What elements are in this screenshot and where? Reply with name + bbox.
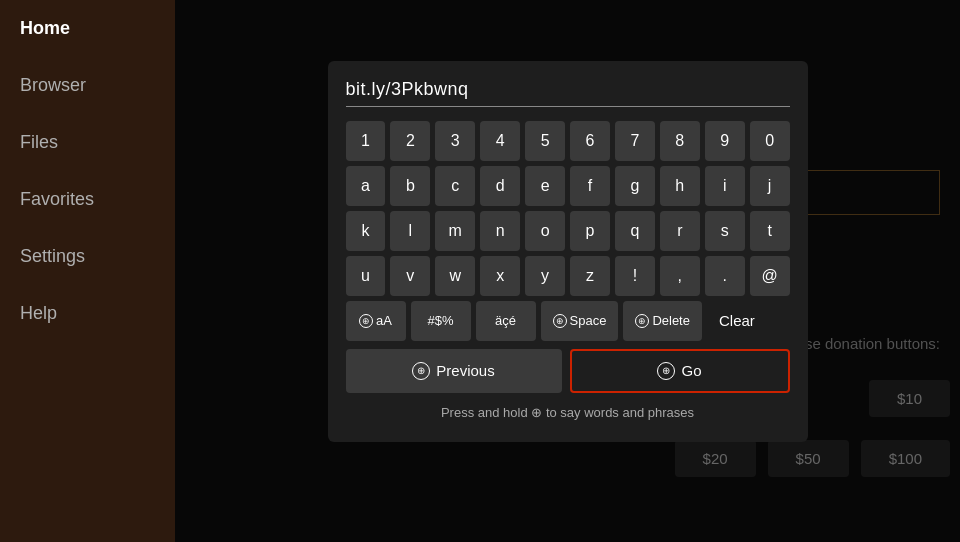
sidebar-item-files[interactable]: Files — [0, 114, 175, 171]
virtual-keyboard: 1 2 3 4 5 6 7 8 9 0 a b c d e f g h — [346, 121, 790, 341]
key-row-numbers: 1 2 3 4 5 6 7 8 9 0 — [346, 121, 790, 161]
sidebar-item-home[interactable]: Home — [0, 0, 175, 57]
key-4[interactable]: 4 — [480, 121, 520, 161]
key-t[interactable]: t — [750, 211, 790, 251]
key-space[interactable]: ⊕ Space — [541, 301, 619, 341]
key-h[interactable]: h — [660, 166, 700, 206]
previous-circle-icon: ⊕ — [412, 362, 430, 380]
key-u[interactable]: u — [346, 256, 386, 296]
key-e[interactable]: e — [525, 166, 565, 206]
go-label: Go — [681, 362, 701, 379]
key-c[interactable]: c — [435, 166, 475, 206]
key-2[interactable]: 2 — [390, 121, 430, 161]
sidebar-item-browser[interactable]: Browser — [0, 57, 175, 114]
sidebar: Home Browser Files Favorites Settings He… — [0, 0, 175, 542]
key-at[interactable]: @ — [750, 256, 790, 296]
key-comma[interactable]: , — [660, 256, 700, 296]
url-input-area[interactable]: bit.ly/3Pkbwnq — [346, 79, 790, 107]
key-s[interactable]: s — [705, 211, 745, 251]
key-row-k-t: k l m n o p q r s t — [346, 211, 790, 251]
action-row: ⊕ Previous ⊕ Go — [346, 349, 790, 393]
key-clear[interactable]: Clear — [707, 301, 767, 341]
key-i[interactable]: i — [705, 166, 745, 206]
key-accents[interactable]: äçé — [476, 301, 536, 341]
key-3[interactable]: 3 — [435, 121, 475, 161]
key-r[interactable]: r — [660, 211, 700, 251]
key-v[interactable]: v — [390, 256, 430, 296]
key-1[interactable]: 1 — [346, 121, 386, 161]
previous-button[interactable]: ⊕ Previous — [346, 349, 562, 393]
key-l[interactable]: l — [390, 211, 430, 251]
key-symbols[interactable]: #$% — [411, 301, 471, 341]
key-y[interactable]: y — [525, 256, 565, 296]
previous-label: Previous — [436, 362, 494, 379]
key-period[interactable]: . — [705, 256, 745, 296]
hint-label: Press and hold ⊕ to say words and phrase… — [441, 405, 694, 420]
go-circle-icon: ⊕ — [657, 362, 675, 380]
go-button[interactable]: ⊕ Go — [570, 349, 790, 393]
key-9[interactable]: 9 — [705, 121, 745, 161]
key-p[interactable]: p — [570, 211, 610, 251]
key-m[interactable]: m — [435, 211, 475, 251]
key-x[interactable]: x — [480, 256, 520, 296]
key-k[interactable]: k — [346, 211, 386, 251]
key-q[interactable]: q — [615, 211, 655, 251]
key-8[interactable]: 8 — [660, 121, 700, 161]
key-g[interactable]: g — [615, 166, 655, 206]
keyboard-dialog: bit.ly/3Pkbwnq 1 2 3 4 5 6 7 8 9 0 a b c — [328, 61, 808, 442]
sidebar-item-favorites[interactable]: Favorites — [0, 171, 175, 228]
key-row-special: ⊕ aA #$% äçé ⊕ Space ⊕ Delete — [346, 301, 790, 341]
key-row-u-at: u v w x y z ! , . @ — [346, 256, 790, 296]
key-j[interactable]: j — [750, 166, 790, 206]
key-n[interactable]: n — [480, 211, 520, 251]
key-7[interactable]: 7 — [615, 121, 655, 161]
dialog-overlay: bit.ly/3Pkbwnq 1 2 3 4 5 6 7 8 9 0 a b c — [175, 0, 960, 542]
key-w[interactable]: w — [435, 256, 475, 296]
key-z[interactable]: z — [570, 256, 610, 296]
key-d[interactable]: d — [480, 166, 520, 206]
key-row-a-j: a b c d e f g h i j — [346, 166, 790, 206]
key-delete[interactable]: ⊕ Delete — [623, 301, 702, 341]
sidebar-item-help[interactable]: Help — [0, 285, 175, 342]
key-b[interactable]: b — [390, 166, 430, 206]
key-o[interactable]: o — [525, 211, 565, 251]
url-display: bit.ly/3Pkbwnq — [346, 79, 469, 99]
key-exclaim[interactable]: ! — [615, 256, 655, 296]
key-f[interactable]: f — [570, 166, 610, 206]
key-0[interactable]: 0 — [750, 121, 790, 161]
key-a[interactable]: a — [346, 166, 386, 206]
sidebar-item-settings[interactable]: Settings — [0, 228, 175, 285]
key-5[interactable]: 5 — [525, 121, 565, 161]
key-caps[interactable]: ⊕ aA — [346, 301, 406, 341]
key-6[interactable]: 6 — [570, 121, 610, 161]
hint-text: Press and hold ⊕ to say words and phrase… — [346, 405, 790, 420]
